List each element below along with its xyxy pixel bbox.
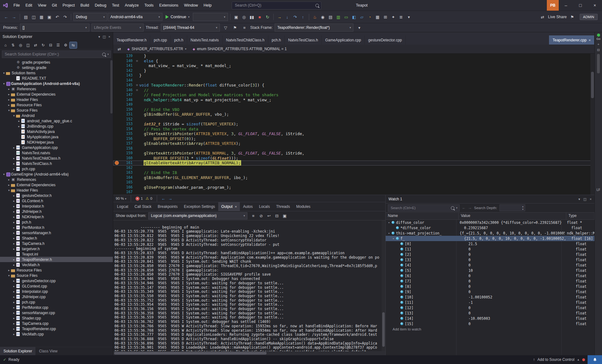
code-line[interactable]: 153 int32_t iStride = sizeof(TEAPOT_VERT… xyxy=(113,122,594,127)
tree-item[interactable]: ⚙settings.gradle xyxy=(0,65,113,70)
tree-item[interactable]: ▸++JniBindings.cpp xyxy=(0,124,113,129)
filter-icon[interactable]: ▽ xyxy=(222,24,229,31)
watch-name-cell[interactable]: [11] xyxy=(386,300,466,305)
tree-expander-icon[interactable]: ▸ xyxy=(12,210,16,213)
code-line[interactable]: 149 xyxy=(113,102,594,107)
undo-icon[interactable]: ↶ xyxy=(54,13,61,21)
tree-expander-icon[interactable]: ▸ xyxy=(12,215,16,219)
tree-expander-icon[interactable]: ▸ xyxy=(12,317,16,320)
tree-expander-icon[interactable]: ▾ xyxy=(7,189,11,192)
watch-row[interactable]: [6]0float xyxy=(386,273,594,278)
restart-icon[interactable]: ↻ xyxy=(264,13,271,21)
code-line[interactable]: 154 // Pass the vertex data xyxy=(113,127,594,132)
watch-name-cell[interactable]: [9] xyxy=(386,290,466,294)
code-line[interactable]: 167 xyxy=(113,190,594,195)
tree-item[interactable]: ▸++sensorManager.cpp xyxy=(0,310,113,315)
code-line[interactable]: 155 glVertexAttribPointer(ATTRIB_VERTEX,… xyxy=(113,131,594,136)
navigate-forward-icon[interactable]: → xyxy=(168,196,172,201)
add-to-source-control[interactable]: Add to Source Control xyxy=(537,357,574,362)
break-all-icon[interactable]: ▮▮ xyxy=(248,13,256,21)
fold-marker-icon[interactable]: ⊟ xyxy=(135,83,139,88)
go-button[interactable]: Go xyxy=(596,34,600,40)
tree-item[interactable]: ▸hNDKHelper.h xyxy=(0,214,113,219)
close-watch-icon[interactable]: × xyxy=(590,197,592,201)
properties-icon[interactable]: ⚙ xyxy=(62,42,69,48)
tree-expander-icon[interactable]: ▸ xyxy=(12,226,16,229)
zoom-tool-icon[interactable]: ◎ xyxy=(240,13,248,21)
redo-icon[interactable]: ↷ xyxy=(61,13,69,21)
watch-search-input[interactable] xyxy=(390,206,449,210)
stop-debugging-icon[interactable]: ■ xyxy=(256,13,263,21)
watch-row[interactable]: [11]-1float xyxy=(386,300,594,305)
save-icon[interactable]: ▦ xyxy=(38,13,45,21)
solution-explorer-search-box[interactable]: ▾ xyxy=(2,50,111,58)
maximize-button[interactable]: □ xyxy=(573,0,588,11)
bottom-tab-modules[interactable]: Modules xyxy=(293,202,314,211)
watch-value-cell[interactable]: 0 xyxy=(466,263,573,267)
code-line[interactable]: 156 BUFFER_OFFSET(0)); xyxy=(113,136,594,141)
android-logcat-icon[interactable]: ▥ xyxy=(335,13,342,21)
code-line[interactable]: 140⊟ else { xyxy=(113,59,594,64)
float-window-icon[interactable]: ◫ xyxy=(583,197,586,201)
tree-item[interactable]: ⚙gradle.properties xyxy=(0,60,113,65)
add-icon[interactable]: + xyxy=(597,42,599,46)
solution-configuration-combo[interactable]: Debug▾ xyxy=(73,13,107,21)
search-prev-icon[interactable]: ← xyxy=(462,206,466,210)
tree-expander-icon[interactable]: ▸ xyxy=(12,162,16,165)
toolbar-overflow-icon[interactable]: ▾ xyxy=(405,13,413,21)
live-share-label[interactable]: Live Share xyxy=(548,15,567,19)
code-line[interactable]: 151 glBindBuffer(GL_ARRAY_BUFFER, vbo_); xyxy=(113,112,594,117)
bottom-tab-output[interactable]: Output× xyxy=(218,202,240,211)
search-depth-spinner[interactable]: ▴▾ xyxy=(499,204,525,211)
watch-row[interactable]: [3]0float xyxy=(386,257,594,262)
menu-extensions[interactable]: Extensions xyxy=(156,0,181,11)
bottom-tab-locals[interactable]: Locals xyxy=(256,202,273,211)
tree-item[interactable]: ▾GameApplication (Android-arm64-v8a) xyxy=(0,81,113,86)
tree-expander-icon[interactable]: ▾ xyxy=(12,114,16,117)
tree-item[interactable]: ▾Android xyxy=(0,113,113,118)
watch-value-cell[interactable]: 0.239215687 xyxy=(462,226,569,230)
navigate-backward-icon[interactable]: ← xyxy=(161,196,166,201)
code-line[interactable]: 165 xyxy=(113,180,594,185)
tree-item[interactable]: ▸htargetver.h xyxy=(0,246,113,251)
watch-value-cell[interactable]: 0 xyxy=(466,290,573,294)
bottom-tab-autos[interactable]: Autos xyxy=(240,202,256,211)
code-line[interactable]: 142 } xyxy=(113,68,594,73)
watch-value-cell[interactable]: -1 xyxy=(466,300,573,305)
watch-value-cell[interactable]: 0 xyxy=(466,284,573,289)
tree-item[interactable]: ▸++PerfMonitor.cpp xyxy=(0,305,113,310)
menu-build[interactable]: Build xyxy=(77,0,92,11)
format-document-icon[interactable]: ≣ xyxy=(398,13,405,21)
sidebar-tab-class-view[interactable]: Class View xyxy=(35,347,61,355)
tree-item[interactable]: ▸hNatvisTestChildClass.h xyxy=(0,156,113,161)
editor-tab[interactable]: NatvisTestClass.h xyxy=(285,35,322,45)
watch-name-cell[interactable]: [15] xyxy=(386,322,466,326)
code-line[interactable]: 166 glUseProgram(shader_param_.program_)… xyxy=(113,185,594,190)
tree-expander-icon[interactable]: ▸ xyxy=(7,87,11,91)
watch-name-cell[interactable]: [13] xyxy=(386,311,466,315)
tree-item[interactable]: ▸++TapCamera.cpp xyxy=(0,321,113,326)
save-all-icon[interactable]: ▣ xyxy=(46,13,53,21)
code-line[interactable]: 162 xyxy=(113,166,594,171)
tree-scrollbar[interactable] xyxy=(110,60,113,113)
bottom-tab-call-stack[interactable]: Call Stack xyxy=(131,202,155,211)
scope-icon[interactable]: ◎ xyxy=(17,42,24,48)
stack-frame-combo[interactable]: TeapotRenderer::Render(float*)▾ xyxy=(275,24,353,32)
rail-scrollbar-thumb[interactable] xyxy=(597,54,600,73)
output-source-combo[interactable]: Logcat (com.example.gameapplication)▾ xyxy=(148,212,247,219)
watch-row[interactable]: ▾diffuse_color0x0000007a342c3000 {*diffu… xyxy=(386,220,594,225)
menu-debug[interactable]: Debug xyxy=(92,0,109,11)
watch-row[interactable]: [15]0float xyxy=(386,321,594,326)
watch-expander-icon[interactable]: ▾ xyxy=(387,232,391,235)
tree-expander-icon[interactable]: ▸ xyxy=(12,333,16,336)
tree-expander-icon[interactable]: ▸ xyxy=(12,263,16,266)
solution-explorer-search-input[interactable] xyxy=(4,52,101,57)
tree-item[interactable]: ▸++JNIHelper.cpp xyxy=(0,294,113,299)
watch-value-cell[interactable]: {21.5, 0, 0, 0, 0, 10, 0, 0, 0, 0, -1.00… xyxy=(462,236,569,241)
close-button[interactable]: × xyxy=(588,0,602,11)
log-horizontal-scrollbar[interactable] xyxy=(113,351,385,355)
tree-item[interactable]: ▸hsensorManager.h xyxy=(0,230,113,235)
code-line[interactable]: 157 glEnableVertexAttribArray(ATTRIB_VER… xyxy=(113,141,594,146)
code-line[interactable]: 152 xyxy=(113,117,594,122)
watch-name-cell[interactable]: ▾f_ xyxy=(386,236,462,241)
